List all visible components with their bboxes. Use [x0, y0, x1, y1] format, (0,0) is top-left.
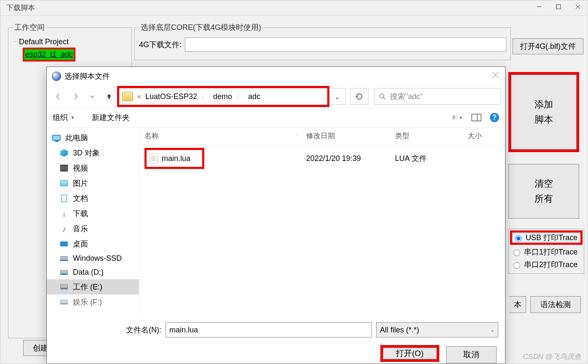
svg-rect-12 — [472, 114, 481, 121]
nav-up-button[interactable] — [102, 89, 117, 104]
refresh-button[interactable] — [350, 88, 369, 105]
sidebar-data-d[interactable]: Data (D:) — [47, 265, 139, 279]
radio-usb-input[interactable] — [515, 235, 522, 242]
svg-rect-1 — [556, 5, 561, 9]
breadcrumb-overflow-icon[interactable]: « — [136, 93, 142, 100]
svg-rect-9 — [453, 118, 455, 119]
sidebar-pictures[interactable]: 图片 — [47, 176, 139, 191]
open-button[interactable]: 打开(O) — [380, 345, 439, 362]
maximize-button[interactable] — [549, 0, 568, 13]
document-icon — [61, 195, 67, 202]
core-panel: 选择底层CORE(下载4G模块时使用) 4G下载文件: — [134, 22, 511, 60]
tree-selected-project[interactable]: esp32_t1_adc — [23, 48, 75, 62]
svg-point-6 — [380, 94, 384, 98]
chevron-down-icon: ⌄ — [490, 327, 494, 333]
sidebar-music[interactable]: ♪音乐 — [47, 221, 139, 236]
filetype-select[interactable]: All files (*.*) ⌄ — [376, 322, 498, 337]
tree-child[interactable]: esp32_t1_adc — [23, 48, 126, 62]
preview-pane-button[interactable] — [471, 113, 481, 122]
address-dropdown-button[interactable]: ⌄ — [329, 88, 345, 104]
sidebar-documents[interactable]: 文档 — [47, 191, 139, 206]
tree-root[interactable]: ⋯ Default Project — [13, 37, 126, 46]
add-script-line2: 脚本 — [535, 113, 553, 126]
breadcrumb-seg-2[interactable]: demo〉 — [210, 92, 245, 101]
cancel-button[interactable]: 取消 — [446, 346, 497, 363]
col-type[interactable]: 类型 — [395, 131, 468, 141]
syntax-check-button[interactable]: 语法检测 — [530, 296, 581, 313]
file-highlight: main.lua — [144, 148, 204, 169]
list-header[interactable]: 名称˄ 修改日期 类型 大小 — [139, 128, 505, 145]
folder-icon — [122, 92, 133, 101]
close-button[interactable] — [568, 0, 588, 13]
sort-indicator-icon: ˄ — [296, 134, 298, 138]
radio-usb-trace[interactable]: USB 打印Trace — [510, 230, 583, 245]
trace-radio-group: USB 打印Trace 串口1打印Trace 串口2打印Trace — [508, 229, 584, 274]
chevron-right-icon: 〉 — [201, 93, 206, 100]
radio-com1-trace[interactable]: 串口1打印Trace — [511, 246, 581, 258]
open-4g-button[interactable]: 打开4G(.blf)文件 — [513, 38, 583, 54]
nav-back-button[interactable] — [51, 89, 66, 104]
sidebar-downloads[interactable]: ↓下载 — [47, 206, 139, 221]
watermark: CSDN @飞鸟厌鱼 — [523, 352, 581, 361]
dialog-title: 选择脚本文件 — [64, 71, 110, 81]
filename-input[interactable] — [166, 322, 372, 337]
luat-icon — [52, 72, 61, 81]
filename-label: 文件名(N): — [126, 325, 161, 335]
lua-file-icon — [149, 153, 158, 163]
core-label: 4G下载文件: — [139, 40, 182, 50]
disk-icon — [60, 270, 68, 275]
partial-button[interactable]: 本 — [509, 296, 526, 313]
sidebar-work-e[interactable]: 工作 (E:) — [47, 279, 139, 294]
titlebar: 下载脚本 — [0, 0, 588, 16]
project-tree[interactable]: ⋯ Default Project esp32_t1_adc — [13, 35, 127, 64]
core-legend: 选择底层CORE(下载4G模块时使用) — [139, 22, 263, 32]
file-row[interactable]: main.lua 2022/1/20 19:39 LUA 文件 — [139, 145, 505, 172]
window-title: 下载脚本 — [4, 3, 35, 13]
file-open-dialog: 选择脚本文件 « LuatOS-ESP32〉 demo〉 adc ⌄ 搜索"ad… — [46, 67, 505, 364]
sidebar-this-pc[interactable]: 此电脑 — [47, 130, 139, 145]
dialog-sidebar[interactable]: 此电脑 3D 对象 视频 图片 文档 ↓下载 ♪音乐 桌面 Windows-SS… — [47, 128, 139, 315]
dialog-close-button[interactable] — [492, 71, 499, 79]
address-bar[interactable]: « LuatOS-ESP32〉 demo〉 adc ⌄ — [118, 88, 346, 105]
dialog-bottom: 文件名(N): All files (*.*) ⌄ 打开(O) 取消 — [47, 315, 505, 364]
help-button[interactable]: ? — [490, 113, 499, 122]
clear-line1: 清空 — [535, 177, 553, 190]
radio-usb-label: USB 打印Trace — [526, 233, 577, 243]
sidebar-3d-objects[interactable]: 3D 对象 — [47, 145, 139, 161]
sidebar-videos[interactable]: 视频 — [47, 161, 139, 176]
clear-all-button[interactable]: 清空 所有 — [508, 164, 579, 219]
search-icon — [379, 93, 386, 100]
sidebar-ent-f[interactable]: 娱乐 (F:) — [47, 294, 139, 310]
music-icon: ♪ — [59, 225, 69, 233]
organize-menu[interactable]: 组织 ▼ — [53, 112, 75, 123]
add-script-button[interactable]: 添加 脚本 — [508, 72, 579, 152]
core-file-input[interactable] — [185, 37, 506, 52]
nav-forward-button[interactable] — [68, 89, 83, 104]
window-controls — [529, 0, 588, 13]
new-folder-button[interactable]: 新建文件夹 — [92, 112, 130, 123]
desktop-icon — [60, 241, 68, 246]
file-list[interactable]: 名称˄ 修改日期 类型 大小 main.lua 2022/1/20 19:39 … — [139, 128, 505, 315]
search-input[interactable]: 搜索"adc" — [374, 88, 501, 105]
minimize-button[interactable] — [529, 0, 549, 13]
view-options-button[interactable]: ▼ — [453, 113, 463, 122]
radio-com2-trace[interactable]: 串口2打印Trace — [511, 258, 581, 271]
col-date[interactable]: 修改日期 — [306, 131, 395, 141]
dialog-toolbar: 组织 ▼ 新建文件夹 ▼ ? — [47, 107, 505, 128]
radio-com2-input[interactable] — [513, 262, 520, 269]
breadcrumb-seg-3[interactable]: adc — [245, 92, 264, 101]
breadcrumb-seg-1[interactable]: LuatOS-ESP32〉 — [142, 92, 210, 101]
sidebar-desktop[interactable]: 桌面 — [47, 236, 139, 252]
col-name[interactable]: 名称˄ — [144, 131, 306, 141]
svg-line-7 — [383, 97, 385, 99]
add-script-line1: 添加 — [535, 98, 553, 111]
sidebar-windows-ssd[interactable]: Windows-SSD — [47, 252, 139, 265]
tree-expander-icon[interactable]: ⋯ — [13, 39, 17, 45]
dialog-titlebar: 选择脚本文件 — [47, 67, 505, 86]
radio-com2-label: 串口2打印Trace — [524, 260, 577, 270]
cube-icon — [60, 149, 68, 157]
radio-com1-input[interactable] — [513, 249, 520, 256]
nav-recent-dropdown[interactable] — [85, 89, 100, 104]
col-size[interactable]: 大小 — [468, 131, 500, 141]
workspace-legend: 工作空间 — [13, 22, 46, 32]
